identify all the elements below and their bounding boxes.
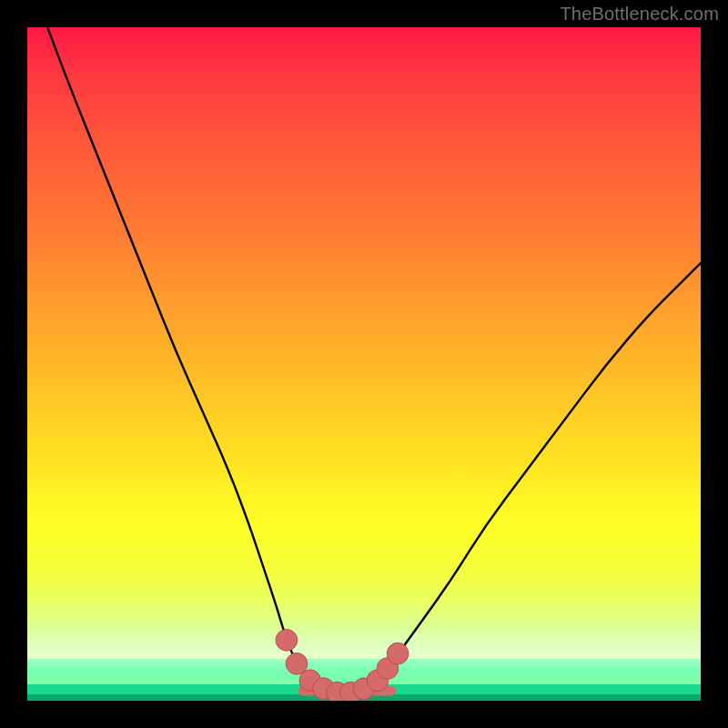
- curve-marker: [276, 630, 298, 652]
- plot-area: [27, 27, 701, 701]
- curve-svg: [27, 27, 701, 701]
- watermark-text: TheBottleneck.com: [560, 4, 719, 25]
- chart-stage: TheBottleneck.com: [0, 0, 728, 728]
- curve-marker: [387, 642, 409, 664]
- bottleneck-curve: [47, 27, 701, 693]
